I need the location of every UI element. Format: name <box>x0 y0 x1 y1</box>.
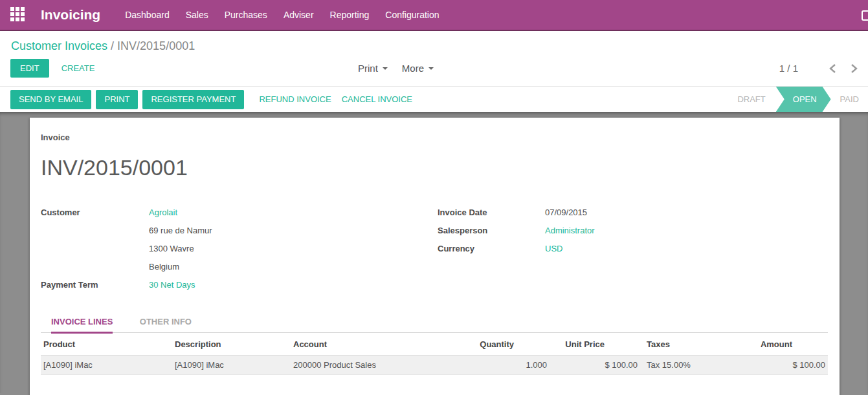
page-background: Invoice INV/2015/0001 Customer Agrolait … <box>0 112 868 393</box>
customer-label: Customer <box>41 204 149 222</box>
menu-dashboard[interactable]: Dashboard <box>125 10 170 20</box>
notebook-tabs: INVOICE LINES OTHER INFO <box>41 315 828 333</box>
currency-value-link[interactable]: USD <box>545 240 562 258</box>
cell-product[interactable]: [A1090] iMac <box>41 356 172 375</box>
apps-grid-icon[interactable] <box>10 7 27 23</box>
customer-address-line: 1300 Wavre <box>149 240 194 258</box>
register-payment-button[interactable]: REGISTER PAYMENT <box>142 90 244 109</box>
chevron-down-icon <box>383 67 388 70</box>
col-account[interactable]: Account <box>291 333 454 356</box>
pager-next-button[interactable] <box>851 63 858 74</box>
cell-description[interactable]: [A1090] iMac <box>172 356 291 375</box>
status-pipeline: DRAFT OPEN PAID <box>728 87 868 112</box>
invoice-date-label: Invoice Date <box>438 204 545 222</box>
top-menu: Dashboard Sales Purchases Adviser Report… <box>125 10 439 20</box>
col-description[interactable]: Description <box>172 333 291 356</box>
field-group-left: Customer Agrolait 69 rue de Namur 1300 W… <box>41 204 403 294</box>
col-product[interactable]: Product <box>41 333 172 356</box>
currency-label: Currency <box>438 240 545 258</box>
table-header-row: Product Description Account Quantity Uni… <box>41 333 828 356</box>
menu-sales[interactable]: Sales <box>186 10 208 20</box>
print-button[interactable]: PRINT <box>96 90 138 109</box>
customer-address-line: 69 rue de Namur <box>149 222 212 240</box>
breadcrumb-customer-invoices[interactable]: Customer Invoices <box>11 39 107 52</box>
cell-quantity[interactable]: 1.000 <box>454 356 550 375</box>
breadcrumb-separator: / <box>107 39 117 52</box>
col-taxes[interactable]: Taxes <box>640 333 737 356</box>
send-by-email-button[interactable]: SEND BY EMAIL <box>10 90 91 109</box>
more-dropdown[interactable]: More <box>402 63 434 74</box>
payment-term-value-link[interactable]: 30 Net Days <box>149 276 195 294</box>
menu-configuration[interactable]: Configuration <box>385 10 439 20</box>
salesperson-value-link[interactable]: Administrator <box>545 222 595 240</box>
edit-button[interactable]: EDIT <box>10 59 49 78</box>
pager-count: 1 / 1 <box>779 63 798 74</box>
tab-invoice-lines[interactable]: INVOICE LINES <box>51 317 113 334</box>
table-row[interactable]: [A1090] iMac [A1090] iMac 200000 Product… <box>41 356 828 375</box>
invoice-sheet: Invoice INV/2015/0001 Customer Agrolait … <box>30 118 840 395</box>
refund-invoice-button[interactable]: REFUND INVOICE <box>259 94 331 104</box>
notification-icon[interactable] <box>862 10 868 21</box>
cell-unit-price[interactable]: $ 100.00 <box>550 356 640 375</box>
customer-value-link[interactable]: Agrolait <box>149 204 177 222</box>
chevron-left-icon <box>829 63 836 74</box>
control-panel: Customer Invoices/INV/2015/0001 EDIT CRE… <box>0 31 868 87</box>
button-row: EDIT CREATE Print More 1 / 1 <box>0 56 868 87</box>
cell-taxes[interactable]: Tax 15.00% <box>640 356 737 375</box>
statusbar: SEND BY EMAIL PRINT REGISTER PAYMENT REF… <box>0 87 868 112</box>
breadcrumb: Customer Invoices/INV/2015/0001 <box>0 31 868 56</box>
menu-purchases[interactable]: Purchases <box>225 10 267 20</box>
col-unit-price[interactable]: Unit Price <box>550 333 640 356</box>
chevron-right-icon <box>851 63 858 74</box>
salesperson-label: Salesperson <box>438 222 545 240</box>
pager-previous-button[interactable] <box>829 63 836 74</box>
top-navbar: Invoicing Dashboard Sales Purchases Advi… <box>0 0 868 31</box>
field-group-right: Invoice Date 07/09/2015 Salesperson Admi… <box>438 204 595 294</box>
chevron-down-icon <box>428 67 434 70</box>
invoice-date-value: 07/09/2015 <box>545 204 587 222</box>
status-open-active[interactable]: OPEN <box>776 87 831 112</box>
action-menus: Print More <box>358 63 434 74</box>
payment-term-label: Payment Term <box>41 276 149 294</box>
cell-amount[interactable]: $ 100.00 <box>737 356 828 375</box>
cancel-invoice-button[interactable]: CANCEL INVOICE <box>342 94 412 104</box>
invoice-lines-table: Product Description Account Quantity Uni… <box>41 333 828 375</box>
menu-reporting[interactable]: Reporting <box>330 10 370 20</box>
status-draft[interactable]: DRAFT <box>728 94 774 104</box>
col-quantity[interactable]: Quantity <box>454 333 550 356</box>
col-amount[interactable]: Amount <box>737 333 828 356</box>
pager: 1 / 1 <box>779 63 858 74</box>
field-groups: Customer Agrolait 69 rue de Namur 1300 W… <box>41 204 828 294</box>
menu-adviser[interactable]: Adviser <box>284 10 314 20</box>
invoice-number-title: INV/2015/0001 <box>41 155 828 180</box>
cell-account[interactable]: 200000 Product Sales <box>291 356 454 375</box>
doc-type-label: Invoice <box>41 133 828 142</box>
customer-address-line: Belgium <box>149 258 179 276</box>
app-title: Invoicing <box>41 7 100 23</box>
create-button[interactable]: CREATE <box>61 63 95 73</box>
print-dropdown[interactable]: Print <box>358 63 388 74</box>
status-paid[interactable]: PAID <box>831 94 868 104</box>
breadcrumb-current: INV/2015/0001 <box>117 39 195 52</box>
tab-other-info[interactable]: OTHER INFO <box>140 317 192 332</box>
